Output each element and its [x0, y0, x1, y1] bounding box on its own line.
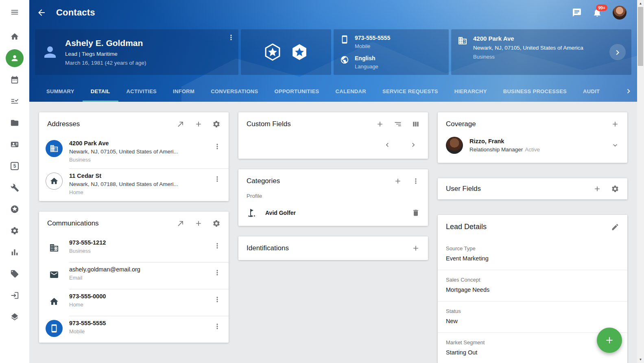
add-fab-button[interactable]: [597, 328, 622, 353]
category-row[interactable]: Avid Golfer: [238, 204, 428, 226]
chevron-right-icon: [409, 141, 417, 149]
communication-type: Mobile: [69, 328, 207, 335]
custom-fields-next-button[interactable]: [409, 141, 417, 149]
tab-service-requests[interactable]: SERVICE REQUESTS: [374, 81, 446, 102]
plus-icon: [394, 177, 402, 185]
categories-menu-button[interactable]: [412, 177, 420, 185]
tab-hierarchy[interactable]: HIERARCHY: [446, 81, 495, 102]
columns-icon: [412, 120, 420, 128]
sidebar-item-calendar[interactable]: [6, 71, 24, 89]
sidebar-item-offers[interactable]: [6, 265, 24, 283]
messages-button[interactable]: [572, 8, 582, 17]
coverage-title: Coverage: [446, 120, 611, 128]
communication-row[interactable]: 973-555-5555 Mobile: [39, 316, 229, 343]
scroll-down-arrow[interactable]: ▼: [637, 356, 644, 363]
tab-conversations[interactable]: CONVERSATIONS: [203, 81, 266, 102]
address-row-menu-button[interactable]: [213, 142, 221, 151]
menu-button[interactable]: [6, 3, 24, 21]
app-bar: Contacts 99+: [29, 0, 637, 25]
tab-activities[interactable]: ACTIVITIES: [118, 81, 165, 102]
tab-calendar[interactable]: CALENDAR: [327, 81, 374, 102]
contacts-app: 5 Contacts 99+: [0, 0, 644, 363]
home-icon: [10, 32, 19, 41]
addresses-add-button[interactable]: [194, 120, 203, 128]
language-value: English: [355, 55, 378, 61]
sidebar-item-contacts[interactable]: [6, 49, 24, 67]
sidebar-item-tools[interactable]: [6, 179, 24, 197]
contact-methods-card: 973-555-5555 Mobile English Language: [334, 29, 449, 75]
address-row[interactable]: 4200 Park Ave Newark, NJ, 07105, United …: [39, 136, 229, 168]
communication-row-menu-button[interactable]: [213, 322, 221, 330]
lead-details-edit-button[interactable]: [611, 223, 619, 231]
identifications-add-button[interactable]: [412, 244, 420, 252]
custom-fields-prev-button[interactable]: [383, 141, 391, 149]
notifications-button[interactable]: 99+: [592, 8, 602, 17]
tab-business-processes[interactable]: BUSINESS PROCESSES: [495, 81, 575, 102]
categories-add-button[interactable]: [394, 177, 402, 185]
building-icon: [46, 239, 63, 256]
hexagon-star-badge-filled-icon[interactable]: [290, 43, 309, 61]
coverage-card: Coverage Rizzo, Frank Relationship Manag…: [438, 112, 627, 163]
chevron-down-icon: [611, 141, 619, 149]
communication-type: Business: [69, 248, 207, 254]
coverage-add-button[interactable]: [611, 120, 619, 128]
communication-row-menu-button[interactable]: [213, 242, 221, 250]
contact-name: Ashely E. Goldman: [65, 38, 146, 48]
communication-row[interactable]: ashely.goldman@email.org Email: [39, 262, 229, 289]
custom-fields-columns-button[interactable]: [412, 120, 420, 128]
plus-icon: [593, 185, 601, 193]
identity-menu-button[interactable]: [227, 33, 235, 42]
tab-detail[interactable]: DETAIL: [83, 81, 118, 102]
communication-row-menu-button[interactable]: [213, 295, 221, 304]
tabs-overflow-button[interactable]: [624, 87, 633, 96]
communications-settings-button[interactable]: [212, 219, 220, 227]
addresses-open-button[interactable]: [177, 120, 185, 128]
communications-add-button[interactable]: [194, 219, 203, 227]
address-street: 4200 Park Ave: [69, 140, 207, 147]
scrollbar-thumb[interactable]: [638, 7, 643, 66]
tab-opportunities[interactable]: OPPORTUNITIES: [266, 81, 327, 102]
tab-audit[interactable]: AUDIT: [575, 81, 608, 102]
exit-icon: [10, 291, 19, 300]
address-next-button[interactable]: [609, 44, 626, 60]
building-icon: [46, 140, 63, 157]
home-icon: [46, 293, 63, 310]
communications-title: Communications: [47, 219, 177, 227]
sidebar-item-layers[interactable]: [6, 308, 24, 326]
sidebar-item-reports[interactable]: [6, 243, 24, 261]
sidebar-item-speed-dial[interactable]: 5: [6, 157, 24, 175]
addresses-settings-button[interactable]: [212, 120, 220, 128]
communication-row[interactable]: 973-555-0000 Home: [39, 289, 229, 316]
coverage-expand-button[interactable]: [611, 141, 619, 149]
field-value: Event Marketing: [446, 255, 619, 262]
custom-fields-add-button[interactable]: [376, 120, 384, 128]
addresses-title: Addresses: [47, 120, 177, 128]
address-city-line: Newark, NJ, 07105, United States of Amer…: [69, 149, 207, 155]
user-fields-add-button[interactable]: [593, 185, 601, 193]
wrench-icon: [10, 183, 19, 192]
scroll-up-arrow[interactable]: ▲: [637, 0, 644, 7]
tab-summary[interactable]: SUMMARY: [38, 81, 83, 102]
user-avatar[interactable]: [613, 6, 627, 20]
user-fields-settings-button[interactable]: [611, 185, 619, 193]
sidebar-item-documents[interactable]: [6, 114, 24, 132]
sidebar-item-tasks[interactable]: [6, 92, 24, 110]
communication-row-menu-button[interactable]: [213, 269, 221, 277]
vertical-scrollbar[interactable]: ▲ ▼: [637, 0, 644, 363]
sidebar-item-settings[interactable]: [6, 222, 24, 240]
sidebar-item-home[interactable]: [6, 28, 24, 46]
communications-open-button[interactable]: [177, 219, 185, 227]
back-button[interactable]: [37, 8, 46, 17]
coverage-row[interactable]: Rizzo, Frank Relationship ManagerActive: [438, 136, 627, 163]
address-row-menu-button[interactable]: [213, 175, 221, 183]
custom-fields-sort-button[interactable]: [394, 120, 402, 128]
tab-inform[interactable]: INFORM: [165, 81, 203, 102]
communication-row[interactable]: 973-555-1212 Business: [39, 235, 229, 262]
sidebar-item-signout[interactable]: [6, 286, 24, 304]
sidebar-item-badges[interactable]: [6, 200, 24, 218]
hexagon-star-badge-icon[interactable]: [263, 43, 282, 61]
kebab-icon: [213, 242, 221, 250]
category-delete-button[interactable]: [412, 209, 420, 217]
sidebar-item-contact-card[interactable]: [6, 136, 24, 153]
address-row[interactable]: 11 Cedar St Newark, NJ, 07188, United St…: [39, 168, 229, 201]
